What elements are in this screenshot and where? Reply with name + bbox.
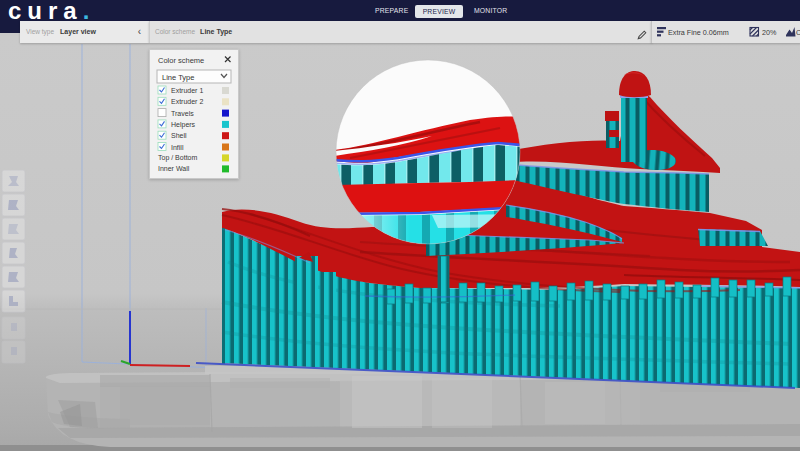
svg-text:Extruder 1: Extruder 1 — [171, 87, 203, 94]
svg-text:Top / Bottom: Top / Bottom — [158, 154, 197, 162]
svg-text:Infill: Infill — [171, 144, 184, 151]
svg-text:Helpers: Helpers — [171, 121, 196, 129]
svg-text:Color scheme: Color scheme — [158, 56, 204, 65]
svg-text:Inner Wall: Inner Wall — [158, 165, 190, 172]
svg-text:O: O — [796, 28, 800, 37]
svg-text:20%: 20% — [762, 28, 777, 37]
svg-text:Extra Fine 0.06mm: Extra Fine 0.06mm — [668, 28, 729, 37]
svg-text:Line Type: Line Type — [162, 73, 194, 82]
svg-text:Extruder 2: Extruder 2 — [171, 98, 203, 105]
svg-text:Travels: Travels — [171, 110, 194, 117]
svg-text:Shell: Shell — [171, 132, 187, 139]
